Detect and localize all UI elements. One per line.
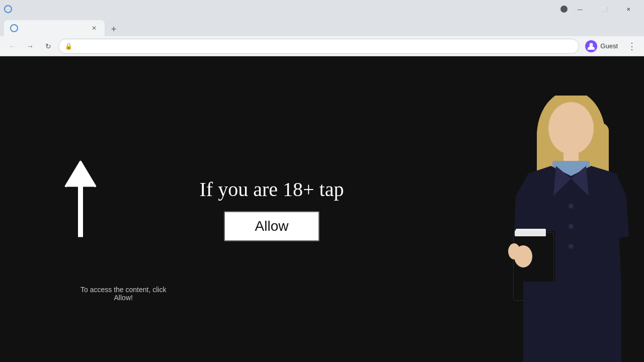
browser-window: — ⬜ ✕ ✕ + ← → ↻ 🔒	[0, 0, 644, 362]
address-input[interactable]	[75, 42, 573, 50]
address-bar: 🔒	[58, 39, 579, 54]
headline-text: If you are 18+ tap	[200, 177, 344, 201]
browser-menu-button[interactable]: ⋮	[624, 38, 640, 54]
close-button[interactable]: ✕	[617, 2, 640, 17]
lock-icon: 🔒	[65, 43, 72, 50]
refresh-button[interactable]: ↻	[40, 38, 56, 54]
tab-close-button[interactable]: ✕	[90, 24, 99, 33]
profile-label: Guest	[600, 42, 618, 50]
up-arrow-icon	[60, 157, 101, 242]
person-icon	[587, 42, 595, 50]
tab-bar: ✕ +	[0, 18, 644, 36]
arrow-container	[60, 157, 101, 244]
toolbar: ← → ↻ 🔒 Guest ⋮	[0, 36, 644, 56]
browser-content: To access the content, click Allow! If y…	[0, 56, 644, 362]
svg-rect-12	[515, 230, 546, 236]
svg-point-13	[569, 204, 574, 209]
back-button[interactable]: ←	[4, 38, 20, 54]
recording-indicator	[560, 6, 568, 13]
page-content: To access the content, click Allow! If y…	[0, 56, 644, 362]
svg-point-6	[548, 102, 594, 154]
forward-button[interactable]: →	[22, 38, 38, 54]
title-bar: — ⬜ ✕	[0, 0, 644, 18]
svg-point-15	[569, 244, 574, 249]
main-content-area: If you are 18+ tap Allow	[200, 177, 344, 241]
bottom-instruction-text: To access the content, click Allow!	[80, 286, 166, 302]
favicon-icon	[4, 5, 12, 13]
woman-figure-svg	[478, 96, 639, 362]
allow-button[interactable]: Allow	[224, 211, 320, 241]
instruction-line2: Allow!	[114, 294, 133, 302]
maximize-button[interactable]: ⬜	[593, 2, 616, 17]
toolbar-right: Guest ⋮	[581, 38, 640, 54]
woman-image	[473, 56, 644, 362]
svg-point-18	[508, 243, 520, 259]
svg-point-0	[590, 43, 593, 46]
svg-rect-16	[523, 282, 621, 362]
title-bar-left	[4, 5, 12, 13]
profile-button[interactable]: Guest	[581, 38, 622, 54]
new-tab-button[interactable]: +	[107, 22, 121, 36]
active-tab[interactable]: ✕	[4, 20, 105, 36]
instruction-line1: To access the content, click	[80, 286, 166, 294]
window-controls: — ⬜ ✕	[560, 2, 640, 17]
profile-avatar	[585, 40, 597, 52]
tab-favicon	[10, 24, 18, 32]
minimize-button[interactable]: —	[569, 2, 592, 17]
svg-point-14	[569, 224, 574, 229]
